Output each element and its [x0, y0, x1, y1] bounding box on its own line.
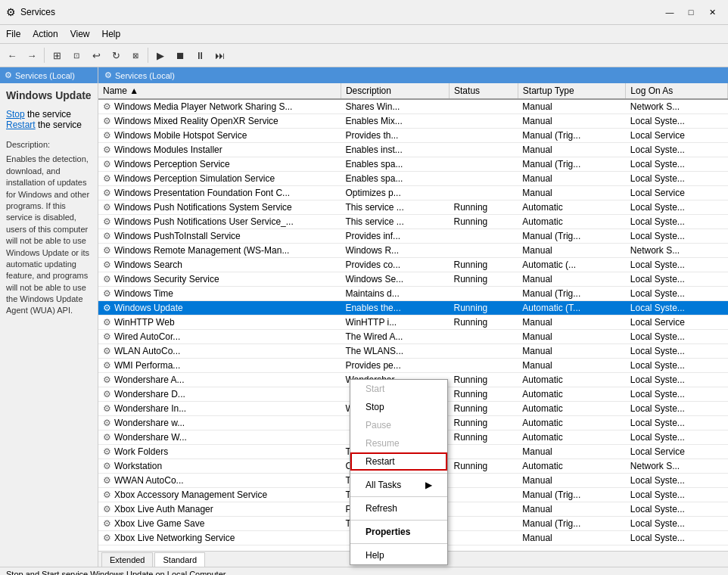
- service-status-cell: Running: [450, 272, 518, 287]
- table-row[interactable]: ⚙Windows Media Player Network Sharing S.…: [98, 99, 728, 114]
- table-row[interactable]: ⚙WMI Performa...Provides pe...ManualLoca…: [98, 359, 728, 373]
- service-startup-cell: Automatic: [518, 215, 625, 229]
- service-startup-cell: Manual (Trig...: [518, 287, 625, 301]
- service-startup-cell: Manual (Trig...: [518, 157, 625, 172]
- service-startup-cell: Manual: [518, 502, 625, 517]
- menu-bar: File Action View Help: [0, 25, 728, 44]
- menu-help[interactable]: Help: [96, 26, 127, 42]
- table-row[interactable]: ⚙Windows Mixed Reality OpenXR ServiceEna…: [98, 114, 728, 129]
- service-startup-cell: Manual: [518, 344, 625, 359]
- service-logon-cell: Local Syste...: [626, 200, 728, 215]
- col-name[interactable]: Name ▲: [98, 83, 341, 99]
- toolbar-play[interactable]: ▶: [151, 46, 170, 64]
- table-row[interactable]: ⚙WinHTTP WebWinHTTP i...RunningManualLoc…: [98, 315, 728, 330]
- close-button[interactable]: ✕: [702, 5, 722, 20]
- context-menu-stop[interactable]: Stop: [350, 398, 447, 416]
- toolbar-stop[interactable]: ⏹: [171, 46, 189, 64]
- service-logon-cell: Local Syste...: [626, 114, 728, 129]
- minimize-button[interactable]: —: [660, 5, 680, 20]
- table-row[interactable]: ⚙Windows Push Notifications User Service…: [98, 215, 728, 229]
- restart-service-link[interactable]: Restart: [6, 120, 36, 130]
- service-logon-cell: Network S...: [626, 459, 728, 474]
- service-status-cell: Running: [450, 402, 518, 416]
- context-menu-help[interactable]: Help: [350, 546, 447, 564]
- toolbar-up[interactable]: ↩: [87, 46, 105, 64]
- service-logon-cell: Local Syste...: [626, 402, 728, 416]
- col-status[interactable]: Status: [450, 83, 518, 99]
- service-startup-cell: Automatic (T...: [518, 301, 625, 315]
- service-name-cell: ⚙Windows Media Player Network Sharing S.…: [98, 99, 341, 114]
- stop-text: the service: [25, 109, 71, 120]
- service-logon-cell: Local Service: [626, 315, 728, 330]
- service-name-cell: ⚙Wondershare D...: [98, 387, 341, 402]
- maximize-button[interactable]: □: [681, 5, 701, 20]
- table-row[interactable]: ⚙Windows SearchProvides co...RunningAuto…: [98, 258, 728, 272]
- service-name-cell: ⚙Workstation: [98, 459, 341, 474]
- table-row[interactable]: ⚙Windows Perception ServiceEnables spa..…: [98, 157, 728, 172]
- service-name-cell: ⚙Wired AutoCor...: [98, 330, 341, 344]
- menu-action[interactable]: Action: [26, 26, 64, 42]
- service-status-cell: [450, 229, 518, 244]
- service-desc-cell: WinHTTP i...: [341, 315, 449, 330]
- window-title: Services: [20, 7, 55, 17]
- table-row[interactable]: ⚙Windows Presentation Foundation Font C.…: [98, 186, 728, 200]
- context-menu-resume[interactable]: Resume: [350, 434, 447, 452]
- service-name-cell: ⚙Windows Security Service: [98, 272, 341, 287]
- col-startup[interactable]: Startup Type: [518, 83, 625, 99]
- service-name-cell: ⚙WinHTTP Web: [98, 315, 341, 330]
- table-row[interactable]: ⚙Windows Remote Management (WS-Man...Win…: [98, 244, 728, 258]
- context-menu-refresh[interactable]: Refresh: [350, 499, 447, 518]
- table-row[interactable]: ⚙Windows PushToInstall ServiceProvides i…: [98, 229, 728, 244]
- service-startup-cell: Manual (Trig...: [518, 517, 625, 531]
- toolbar-refresh[interactable]: ↻: [107, 46, 125, 64]
- toolbar-properties[interactable]: ⊠: [126, 46, 145, 64]
- service-logon-cell: Local Syste...: [626, 474, 728, 488]
- table-row[interactable]: ⚙Windows Perception Simulation ServiceEn…: [98, 172, 728, 186]
- service-desc-cell: The WLANS...: [341, 344, 449, 359]
- toolbar: ← → ⊞ ⊡ ↩ ↻ ⊠ ▶ ⏹ ⏸ ⏭: [0, 44, 728, 67]
- service-status-cell: Running: [450, 315, 518, 330]
- toolbar-forward[interactable]: →: [23, 46, 41, 64]
- table-row[interactable]: ⚙Windows Push Notifications System Servi…: [98, 200, 728, 215]
- service-startup-cell: Manual: [518, 359, 625, 373]
- table-row[interactable]: ⚙Windows Modules InstallerEnables inst..…: [98, 143, 728, 157]
- status-text: Stop and Start service Windows Update on…: [6, 570, 226, 575]
- table-row[interactable]: ⚙Windows Mobile Hotspot ServiceProvides …: [98, 129, 728, 143]
- service-status-cell: [450, 344, 518, 359]
- table-row[interactable]: ⚙WLAN AutoCo...The WLANS...ManualLocal S…: [98, 344, 728, 359]
- desc-heading: Description:: [6, 139, 92, 151]
- tab-extended[interactable]: Extended: [101, 552, 153, 567]
- context-menu-properties[interactable]: Properties: [350, 523, 447, 541]
- service-logon-cell: Local Service: [626, 186, 728, 200]
- tab-standard[interactable]: Standard: [154, 552, 205, 567]
- toolbar-back[interactable]: ←: [3, 46, 21, 64]
- service-name-cell: ⚙Windows Mixed Reality OpenXR Service: [98, 114, 341, 129]
- toolbar-restart[interactable]: ⏭: [210, 46, 229, 64]
- context-menu-restart[interactable]: Restart: [350, 452, 447, 471]
- table-row[interactable]: ⚙Windows UpdateEnables the...RunningAuto…: [98, 301, 728, 315]
- menu-file[interactable]: File: [0, 26, 26, 42]
- table-row[interactable]: ⚙Wired AutoCor...The Wired A...ManualLoc…: [98, 330, 728, 344]
- context-menu-start[interactable]: Start: [350, 380, 447, 398]
- toolbar-view[interactable]: ⊡: [67, 46, 86, 64]
- service-status-cell: Running: [450, 200, 518, 215]
- service-status-cell: Running: [450, 387, 518, 402]
- left-nav: ⚙ Services (Local) Windows Update Stop t…: [0, 67, 98, 567]
- context-menu-all-tasks[interactable]: All Tasks▶: [350, 476, 447, 494]
- table-row[interactable]: ⚙Windows TimeMaintains d...Manual (Trig.…: [98, 287, 728, 301]
- toolbar-show-hide[interactable]: ⊞: [48, 46, 66, 64]
- col-description[interactable]: Description: [341, 83, 449, 99]
- service-desc-cell: Windows R...: [341, 244, 449, 258]
- stop-service-link[interactable]: Stop: [6, 109, 25, 120]
- service-logon-cell: Local Syste...: [626, 258, 728, 272]
- menu-view[interactable]: View: [64, 26, 96, 42]
- service-startup-cell: Automatic: [518, 373, 625, 387]
- service-startup-cell: Manual: [518, 172, 625, 186]
- col-logon[interactable]: Log On As: [626, 83, 728, 99]
- table-row[interactable]: ⚙Windows Security ServiceWindows Se...Ru…: [98, 272, 728, 287]
- service-status-cell: [450, 172, 518, 186]
- context-menu-pause[interactable]: Pause: [350, 416, 447, 434]
- service-name-cell: ⚙Xbox Live Auth Manager: [98, 502, 341, 517]
- toolbar-pause[interactable]: ⏸: [191, 46, 209, 64]
- service-startup-cell: Automatic (...: [518, 258, 625, 272]
